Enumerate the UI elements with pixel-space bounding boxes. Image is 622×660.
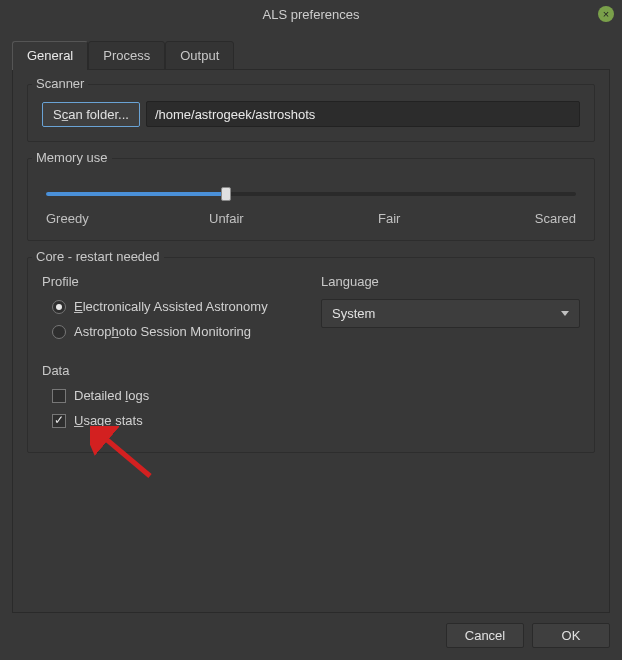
checkbox-icon (52, 389, 66, 403)
heading-language: Language (321, 274, 580, 289)
checkbox-icon (52, 414, 66, 428)
legend-core: Core - restart needed (32, 249, 164, 264)
slider-label-unfair: Unfair (209, 211, 244, 226)
radio-label-session: Astrophoto Session Monitoring (74, 324, 251, 339)
window-title: ALS preferences (263, 7, 360, 22)
col-language: Language System (321, 274, 580, 349)
tabstrip: General Process Output (12, 40, 610, 70)
group-memory: Memory use Greedy Unfair Fair Scared (27, 158, 595, 241)
chevron-down-icon (561, 311, 569, 316)
radio-icon (52, 300, 66, 314)
content-area: General Process Output Scanner Scan fold… (0, 28, 622, 613)
core-two-col: Profile Electronically Assisted Astronom… (42, 274, 580, 349)
heading-data: Data (42, 363, 580, 378)
ok-button[interactable]: OK (532, 623, 610, 648)
heading-profile: Profile (42, 274, 301, 289)
svg-line-1 (100, 434, 150, 476)
group-scanner: Scanner Scan folder... (27, 84, 595, 142)
close-icon[interactable]: × (598, 6, 614, 22)
cancel-button[interactable]: Cancel (446, 623, 524, 648)
radio-label-eaa: Electronically Assisted Astronomy (74, 299, 268, 314)
slider-labels: Greedy Unfair Fair Scared (46, 211, 576, 226)
slider-thumb[interactable] (221, 187, 231, 201)
titlebar: ALS preferences × (0, 0, 622, 28)
legend-memory: Memory use (32, 150, 112, 165)
tab-page-general: Scanner Scan folder... Memory use Gree (12, 70, 610, 613)
radio-session-monitoring[interactable]: Astrophoto Session Monitoring (52, 324, 301, 339)
scan-row: Scan folder... (42, 101, 580, 127)
slider-label-scared: Scared (535, 211, 576, 226)
language-dropdown[interactable]: System (321, 299, 580, 328)
preferences-window: ALS preferences × General Process Output… (0, 0, 622, 660)
label-usage-stats: Usage stats (74, 413, 143, 428)
radio-eaa[interactable]: Electronically Assisted Astronomy (52, 299, 301, 314)
tab-process[interactable]: Process (88, 41, 165, 70)
memory-slider: Greedy Unfair Fair Scared (42, 175, 580, 226)
scan-folder-button[interactable]: Scan folder... (42, 102, 140, 127)
checkbox-detailed-logs[interactable]: Detailed logs (52, 388, 580, 403)
annotation-arrow-icon (90, 426, 160, 486)
slider-track-fill (46, 192, 226, 196)
dialog-footer: Cancel OK (0, 613, 622, 660)
slider-label-fair: Fair (378, 211, 400, 226)
label-detailed-logs: Detailed logs (74, 388, 149, 403)
memory-slider-track[interactable] (46, 185, 576, 203)
radio-icon (52, 325, 66, 339)
language-selected: System (332, 306, 375, 321)
slider-label-greedy: Greedy (46, 211, 89, 226)
tab-output[interactable]: Output (165, 41, 234, 70)
col-profile: Profile Electronically Assisted Astronom… (42, 274, 301, 349)
scan-folder-path-input[interactable] (146, 101, 580, 127)
tab-general[interactable]: General (12, 41, 88, 70)
checkbox-usage-stats[interactable]: Usage stats (52, 413, 580, 428)
legend-scanner: Scanner (32, 76, 88, 91)
group-core: Core - restart needed Profile Electronic… (27, 257, 595, 453)
